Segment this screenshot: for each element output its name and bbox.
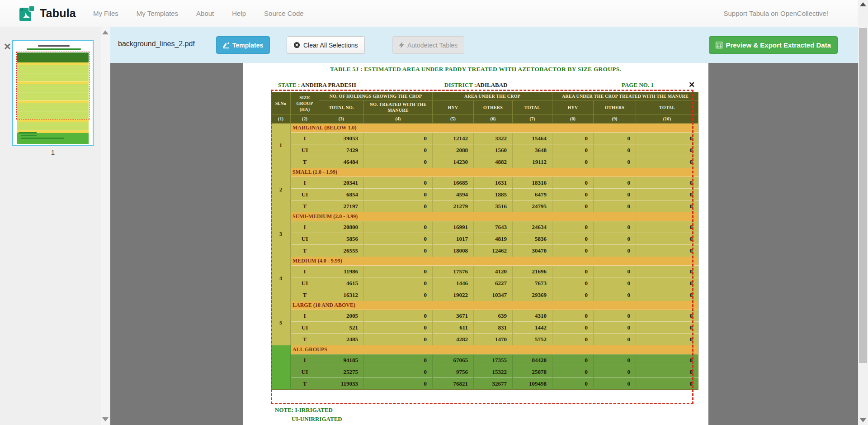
thumb-subtitle-line xyxy=(27,48,81,50)
templates-label: Templates xyxy=(232,42,263,49)
tabula-logo-icon xyxy=(18,4,35,23)
nav-item-about[interactable]: About xyxy=(196,10,214,17)
autodetect-label: Autodetect Tables xyxy=(407,42,458,49)
page-thumbnail[interactable] xyxy=(12,40,94,146)
window-scrollbar[interactable] xyxy=(858,0,868,425)
page-tray: ✕ 1 xyxy=(0,27,110,425)
district-field: DISTRICT :ADILABAD xyxy=(444,81,508,89)
scroll-up-icon[interactable] xyxy=(860,2,866,6)
brand[interactable]: Tabula xyxy=(18,4,76,23)
district-label: DISTRICT : xyxy=(444,81,476,88)
nav-menu: My Files My Templates About Help Source … xyxy=(93,10,304,17)
document-notes: NOTE: I-IRRIGATED UI-UNIRRIGATED xyxy=(275,406,342,424)
page-number-label: PAGE NO. 1 xyxy=(622,81,654,89)
tray-scroll-down-icon[interactable] xyxy=(102,417,108,421)
note-line-1: NOTE: I-IRRIGATED xyxy=(275,406,342,415)
nav-item-my-templates[interactable]: My Templates xyxy=(137,10,178,17)
clear-all-selections-button[interactable]: Clear All Selections xyxy=(287,36,365,54)
export-table-icon xyxy=(716,42,722,48)
autodetect-icon xyxy=(399,42,404,48)
nav-item-source-code[interactable]: Source Code xyxy=(264,10,304,17)
note-line-2: UI-UNIRRIGATED xyxy=(292,415,342,424)
clear-selections-label: Clear All Selections xyxy=(303,42,358,49)
pdf-viewport: TABLE 5J : ESTIMATED AREA UNDER PADDY TR… xyxy=(110,63,858,425)
scrollbar-thumb[interactable] xyxy=(859,28,867,363)
clear-selections-icon xyxy=(293,42,300,48)
scroll-down-icon[interactable] xyxy=(860,418,866,422)
district-value: ADILABAD xyxy=(476,81,507,88)
table-selection-overlay[interactable] xyxy=(271,90,693,404)
state-label: STATE : xyxy=(278,81,300,88)
preview-export-button[interactable]: Preview & Export Extracted Data xyxy=(709,36,838,54)
export-label: Preview & Export Extracted Data xyxy=(726,41,831,49)
autodetect-tables-button[interactable]: Autodetect Tables xyxy=(392,36,464,54)
nav-item-my-files[interactable]: My Files xyxy=(93,10,118,17)
tray-scroll-up-icon[interactable] xyxy=(102,30,108,34)
thumbnail-page-number: 1 xyxy=(12,148,94,156)
thumbnail-selection-overlay xyxy=(16,52,90,119)
top-nav: Tabula My Files My Templates About Help … xyxy=(0,0,858,27)
brand-title: Tabula xyxy=(40,7,76,20)
support-link[interactable]: Support Tabula on OpenCollective! xyxy=(723,10,828,17)
state-field: STATE : ANDHRA PRADESH xyxy=(278,81,356,89)
state-value: ANDHRA PRADESH xyxy=(301,81,356,88)
toolbar: background_lines_2.pdf Templates Clear A… xyxy=(110,27,858,63)
selection-close-icon[interactable]: ✕ xyxy=(689,81,695,89)
tabula-app: Tabula My Files My Templates About Help … xyxy=(0,0,868,425)
nav-item-help[interactable]: Help xyxy=(232,10,246,17)
pdf-page: TABLE 5J : ESTIMATED AREA UNDER PADDY TR… xyxy=(243,63,708,425)
thumb-title-line xyxy=(38,45,70,47)
templates-icon xyxy=(223,42,229,48)
document-title: TABLE 5J : ESTIMATED AREA UNDER PADDY TR… xyxy=(243,66,708,73)
tray-scrollbar[interactable] xyxy=(101,27,110,425)
open-filename: background_lines_2.pdf xyxy=(118,40,195,48)
templates-button[interactable]: Templates xyxy=(216,36,270,54)
remove-page-icon[interactable]: ✕ xyxy=(4,42,11,51)
